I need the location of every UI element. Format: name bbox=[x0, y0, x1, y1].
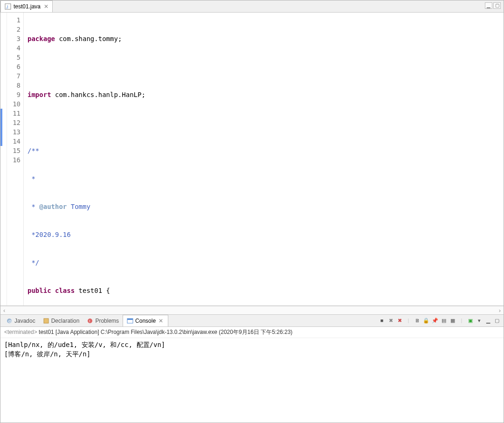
change-marker bbox=[0, 137, 2, 146]
line-number: 14 bbox=[7, 137, 21, 146]
output-line: [Hanlp/nx, 的/ude1, 安装/v, 和/cc, 配置/vn] bbox=[4, 340, 500, 349]
tab-problems[interactable]: !Problems bbox=[83, 315, 123, 326]
code-editor[interactable]: 1 2 3 4 5 6 7 8 9 10 11 12 13 14 15 16 p… bbox=[0, 13, 504, 306]
comment: *2020.9.16 bbox=[28, 231, 71, 238]
keyword: package bbox=[28, 35, 55, 42]
change-marker bbox=[0, 127, 2, 137]
line-number: 7 bbox=[7, 71, 21, 81]
bottom-panel: @Javadoc Declaration !Problems Console✕ … bbox=[0, 314, 504, 423]
open-console-icon[interactable]: ▦ bbox=[449, 317, 456, 324]
code-area[interactable]: package com.shang.tommy; import com.hank… bbox=[24, 13, 504, 305]
line-number: 10 bbox=[7, 99, 21, 109]
tab-label: Declaration bbox=[51, 318, 80, 324]
svg-rect-8 bbox=[127, 319, 133, 320]
stop-icon[interactable]: ■ bbox=[378, 317, 386, 324]
line-number: 16 bbox=[7, 155, 21, 165]
line-gutter: 1 2 3 4 5 6 7 8 9 10 11 12 13 14 15 16 bbox=[7, 13, 24, 305]
keyword: class bbox=[51, 287, 75, 294]
bottom-tabbar: @Javadoc Declaration !Problems Console✕ … bbox=[0, 315, 504, 327]
console-output[interactable]: [Hanlp/nx, 的/ude1, 安装/v, 和/cc, 配置/vn][博客… bbox=[0, 338, 504, 423]
comment: Tommy bbox=[67, 203, 90, 210]
keyword: public bbox=[28, 287, 51, 294]
console-status: <terminated> test01 [Java Application] C… bbox=[0, 327, 504, 338]
editor-tab-test01[interactable]: J test01.java ✕ bbox=[0, 0, 53, 12]
output-line: [博客/n, 彼岸/n, 天平/n] bbox=[4, 349, 500, 359]
code-text: com.shang.tommy; bbox=[55, 35, 122, 42]
display-console-icon[interactable]: ▤ bbox=[440, 317, 448, 324]
tab-label: Javadoc bbox=[14, 318, 35, 324]
console-dropdown-icon[interactable]: ▾ bbox=[476, 317, 483, 324]
svg-text:J: J bbox=[6, 5, 8, 9]
remove-all-icon[interactable]: ✖ bbox=[396, 317, 403, 324]
close-icon[interactable]: ✕ bbox=[43, 3, 49, 10]
keyword: import bbox=[28, 91, 51, 98]
comment: * bbox=[28, 203, 39, 210]
change-marker bbox=[0, 118, 2, 127]
line-number: 3 bbox=[7, 34, 21, 43]
svg-rect-4 bbox=[44, 319, 48, 323]
new-console-icon[interactable]: ▣ bbox=[467, 317, 474, 324]
tab-declaration[interactable]: Declaration bbox=[39, 315, 83, 326]
svg-text:!: ! bbox=[89, 319, 90, 323]
console-icon bbox=[127, 318, 133, 324]
scroll-right-icon[interactable]: › bbox=[499, 307, 501, 314]
line-number: 6 bbox=[7, 62, 21, 71]
line-number: 13 bbox=[7, 127, 21, 137]
pin-console-icon[interactable]: 📌 bbox=[431, 317, 439, 324]
line-number: 12 bbox=[7, 118, 21, 127]
code-text: test01 { bbox=[75, 287, 110, 294]
line-number: 8 bbox=[7, 81, 21, 90]
close-icon[interactable]: ✕ bbox=[158, 318, 164, 324]
javadoc-tag: @author bbox=[39, 203, 67, 210]
marker-bar bbox=[0, 13, 7, 305]
horizontal-scrollbar[interactable]: ‹ › bbox=[0, 306, 504, 314]
line-number: 2 bbox=[7, 25, 21, 34]
svg-text:@: @ bbox=[8, 319, 12, 323]
launch-info: test01 [Java Application] C:\Program Fil… bbox=[39, 329, 292, 335]
line-number: 1 bbox=[7, 15, 21, 25]
line-number: 11 bbox=[7, 109, 21, 118]
declaration-icon bbox=[43, 318, 49, 324]
terminated-label: <terminated> bbox=[4, 329, 39, 335]
clear-console-icon[interactable]: 🗎 bbox=[414, 317, 421, 324]
tab-label: Problems bbox=[95, 318, 119, 324]
editor-tabbar: J test01.java ✕ ▁ ▢ bbox=[0, 0, 504, 13]
tab-console[interactable]: Console✕ bbox=[123, 315, 168, 326]
code-text: com.hankcs.hanlp.HanLP; bbox=[51, 91, 145, 98]
tab-label: Console bbox=[135, 318, 156, 324]
scroll-lock-icon[interactable]: 🔒 bbox=[422, 317, 430, 324]
tab-javadoc[interactable]: @Javadoc bbox=[2, 315, 39, 326]
editor-tab-label: test01.java bbox=[14, 3, 41, 10]
console-toolbar: ■ ✖ ✖ | 🗎 🔒 📌 ▤ ▦ | ▣ ▾ ▁ ▢ bbox=[378, 317, 501, 324]
scroll-left-icon[interactable]: ‹ bbox=[3, 307, 5, 314]
change-marker bbox=[0, 109, 2, 118]
line-number: 15 bbox=[7, 146, 21, 155]
maximize-icon[interactable]: ▢ bbox=[493, 2, 501, 9]
comment: * bbox=[28, 175, 35, 182]
line-number: 4 bbox=[7, 43, 21, 53]
problems-icon: ! bbox=[87, 318, 93, 324]
minimize-icon[interactable]: ▁ bbox=[485, 2, 492, 9]
java-file-icon: J bbox=[5, 3, 11, 10]
editor-window-controls: ▁ ▢ bbox=[485, 2, 501, 9]
minimize-icon[interactable]: ▁ bbox=[484, 317, 492, 324]
line-number: 5 bbox=[7, 53, 21, 62]
maximize-icon[interactable]: ▢ bbox=[493, 317, 501, 324]
comment: */ bbox=[28, 259, 39, 266]
comment: /** bbox=[28, 147, 39, 154]
line-number: 9 bbox=[7, 90, 21, 99]
javadoc-icon: @ bbox=[6, 318, 13, 324]
remove-launch-icon[interactable]: ✖ bbox=[387, 317, 394, 324]
